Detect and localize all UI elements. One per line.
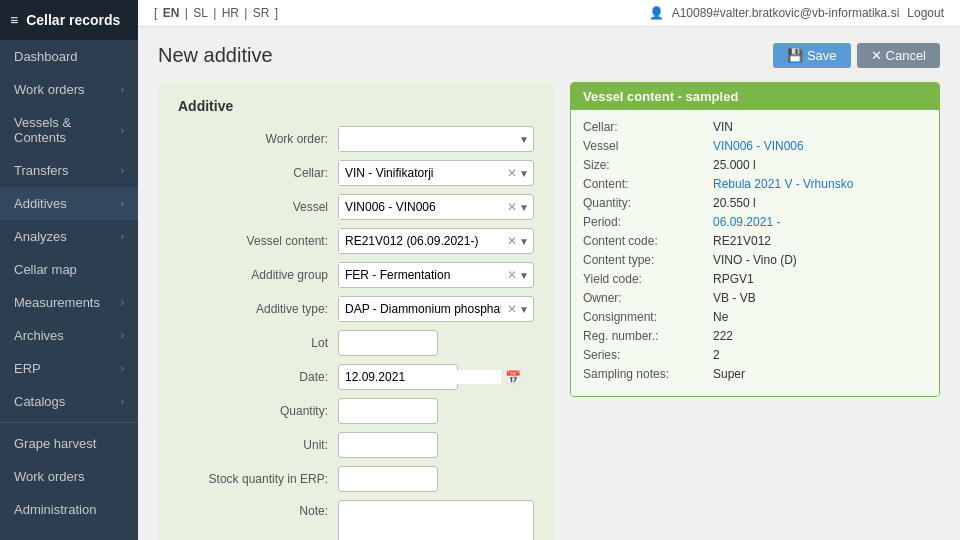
cellar-input[interactable]: [339, 161, 507, 185]
sidebar-item-additives[interactable]: Additives ›: [0, 187, 138, 220]
unit-input[interactable]: [338, 432, 438, 458]
lang-hr[interactable]: HR: [222, 6, 239, 20]
info-row: Yield code:RPGV1: [583, 272, 927, 286]
info-val: Rebula 2021 V - Vrhunsko: [713, 177, 853, 191]
sidebar-label: Work orders: [14, 82, 85, 97]
sidebar-item-work-orders-2[interactable]: Work orders: [0, 460, 138, 493]
info-key: Content code:: [583, 234, 713, 248]
dropdown-arrow-icon[interactable]: ▼: [519, 168, 529, 179]
dropdown-arrow-icon[interactable]: ▼: [519, 236, 529, 247]
sidebar-item-erp[interactable]: ERP ›: [0, 352, 138, 385]
chevron-right-icon: ›: [121, 198, 124, 209]
info-key: Quantity:: [583, 196, 713, 210]
additive-type-input[interactable]: [339, 297, 507, 321]
unit-label: Unit:: [178, 438, 338, 452]
info-val: 06.09.2021 -: [713, 215, 780, 229]
date-label: Date:: [178, 370, 338, 384]
action-buttons: 💾 Save ✕ Cancel: [773, 43, 940, 68]
info-panel: Vessel content - sampled Cellar:VINVesse…: [570, 82, 940, 540]
lot-input[interactable]: [338, 330, 438, 356]
work-order-input[interactable]: [339, 127, 519, 151]
vessel-content-row: Vessel content: ✕ ▼: [178, 228, 534, 254]
info-key: Consignment:: [583, 310, 713, 324]
clear-icon[interactable]: ✕: [507, 234, 517, 248]
app-title: Cellar records: [26, 12, 120, 28]
lang-sr[interactable]: SR: [253, 6, 270, 20]
unit-row: Unit:: [178, 432, 534, 458]
clear-icon[interactable]: ✕: [507, 268, 517, 282]
quantity-input[interactable]: [338, 398, 438, 424]
info-val: VINO - Vino (D): [713, 253, 797, 267]
work-order-select[interactable]: ▼: [338, 126, 534, 152]
page-header: New additive 💾 Save ✕ Cancel: [158, 43, 940, 68]
chevron-right-icon: ›: [121, 363, 124, 374]
sidebar-item-analyzes[interactable]: Analyzes ›: [0, 220, 138, 253]
sidebar-item-vessels[interactable]: Vessels & Contents ›: [0, 106, 138, 154]
main-area: [ EN | SL | HR | SR ] 👤 A10089#valter.br…: [138, 0, 960, 540]
vessel-content-input[interactable]: [339, 229, 507, 253]
logout-link[interactable]: Logout: [907, 6, 944, 20]
quantity-label: Quantity:: [178, 404, 338, 418]
dropdown-arrow-icon[interactable]: ▼: [519, 134, 529, 145]
clear-icon[interactable]: ✕: [507, 302, 517, 316]
sidebar-label: Dashboard: [14, 49, 78, 64]
stock-erp-input[interactable]: [338, 466, 438, 492]
chevron-right-icon: ›: [121, 165, 124, 176]
note-input[interactable]: [338, 500, 534, 540]
lang-en[interactable]: EN: [163, 6, 180, 20]
sidebar-item-dashboard[interactable]: Dashboard: [0, 40, 138, 73]
sidebar-item-grape-harvest[interactable]: Grape harvest: [0, 427, 138, 460]
vessel-content-select[interactable]: ✕ ▼: [338, 228, 534, 254]
additive-group-label: Additive group: [178, 268, 338, 282]
calendar-icon[interactable]: 📅: [501, 370, 525, 385]
save-label: Save: [807, 48, 837, 63]
clear-icon[interactable]: ✕: [507, 166, 517, 180]
clear-icon[interactable]: ✕: [507, 200, 517, 214]
vessel-input[interactable]: [339, 195, 507, 219]
cellar-select[interactable]: ✕ ▼: [338, 160, 534, 186]
select-actions: ▼: [519, 134, 533, 145]
form-section-title: Additive: [178, 98, 534, 114]
topbar: [ EN | SL | HR | SR ] 👤 A10089#valter.br…: [138, 0, 960, 27]
vessel-select[interactable]: ✕ ▼: [338, 194, 534, 220]
dropdown-arrow-icon[interactable]: ▼: [519, 270, 529, 281]
info-key: Owner:: [583, 291, 713, 305]
sidebar-label: Measurements: [14, 295, 100, 310]
dropdown-arrow-icon[interactable]: ▼: [519, 202, 529, 213]
sidebar-item-measurements[interactable]: Measurements ›: [0, 286, 138, 319]
dropdown-arrow-icon[interactable]: ▼: [519, 304, 529, 315]
info-val: VIN006 - VIN006: [713, 139, 804, 153]
date-input[interactable]: [339, 370, 501, 384]
save-button[interactable]: 💾 Save: [773, 43, 851, 68]
additive-group-select[interactable]: ✕ ▼: [338, 262, 534, 288]
topbar-user-section: 👤 A10089#valter.bratkovic@vb-informatika…: [649, 6, 944, 20]
cancel-button[interactable]: ✕ Cancel: [857, 43, 940, 68]
info-key: Vessel: [583, 139, 713, 153]
info-val: RE21V012: [713, 234, 771, 248]
sidebar-item-cellar-map[interactable]: Cellar map: [0, 253, 138, 286]
sidebar-item-archives[interactable]: Archives ›: [0, 319, 138, 352]
select-actions: ✕ ▼: [507, 268, 533, 282]
info-val: Super: [713, 367, 745, 381]
quantity-row: Quantity:: [178, 398, 534, 424]
date-field[interactable]: 📅: [338, 364, 458, 390]
chevron-right-icon: ›: [121, 125, 124, 136]
chevron-right-icon: ›: [121, 297, 124, 308]
additive-type-select[interactable]: ✕ ▼: [338, 296, 534, 322]
info-val: 2: [713, 348, 720, 362]
additive-group-input[interactable]: [339, 263, 507, 287]
info-row: Cellar:VIN: [583, 120, 927, 134]
sidebar-item-administration[interactable]: Administration: [0, 493, 138, 526]
work-order-row: Work order: ▼: [178, 126, 534, 152]
sidebar-label: Additives: [14, 196, 67, 211]
note-row: Note:: [178, 500, 534, 540]
lang-sl[interactable]: SL: [193, 6, 208, 20]
sidebar-item-catalogs[interactable]: Catalogs ›: [0, 385, 138, 418]
user-icon: 👤: [649, 6, 664, 20]
sidebar-item-work-orders[interactable]: Work orders ›: [0, 73, 138, 106]
sidebar-item-transfers[interactable]: Transfers ›: [0, 154, 138, 187]
info-val: RPGV1: [713, 272, 754, 286]
select-actions: ✕ ▼: [507, 200, 533, 214]
info-key: Period:: [583, 215, 713, 229]
info-key: Yield code:: [583, 272, 713, 286]
